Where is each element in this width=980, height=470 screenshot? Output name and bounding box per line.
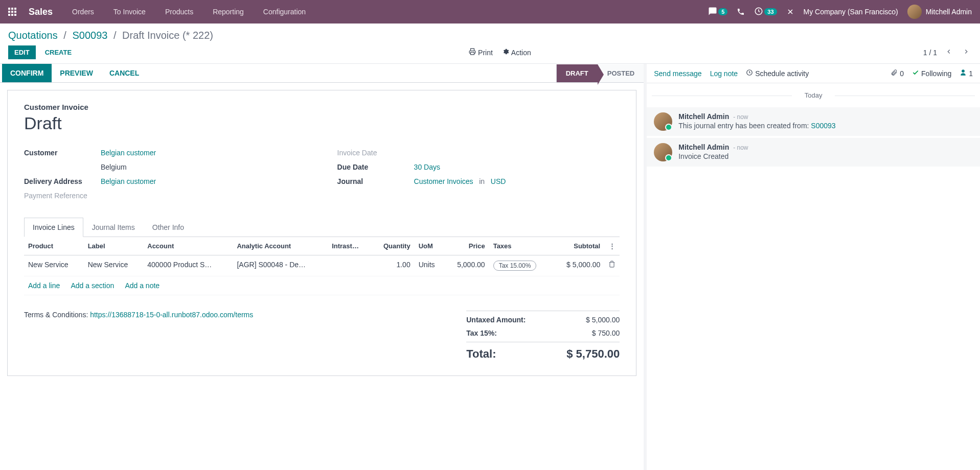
add-line-link[interactable]: Add a line (28, 281, 60, 290)
terms-link[interactable]: https://13688718-15-0-all.runbot87.odoo.… (90, 311, 253, 319)
col-subtotal[interactable]: Subtotal (553, 237, 604, 255)
chatter-topbar: Send message Log note Schedule activity … (647, 64, 980, 83)
print-button[interactable]: Print (469, 48, 493, 57)
total-label: Total: (466, 347, 496, 361)
journal-currency[interactable]: USD (491, 177, 506, 185)
app-brand[interactable]: Sales (29, 7, 53, 17)
terms-conditions: Terms & Conditions: https://13688718-15-… (24, 311, 446, 319)
preview-button[interactable]: PREVIEW (52, 64, 101, 82)
cell-analytic: [AGR] S00048 - De… (233, 255, 328, 276)
journal-value[interactable]: Customer Invoices (414, 177, 473, 185)
cancel-button[interactable]: CANCEL (101, 64, 147, 82)
cell-quantity: 1.00 (371, 255, 415, 276)
close-icon[interactable] (786, 8, 794, 16)
attachments-button[interactable]: 0 (891, 69, 904, 78)
customer-value[interactable]: Belgian customer (101, 149, 156, 157)
follow-button[interactable]: Following (912, 69, 951, 78)
message-time: - now (733, 113, 748, 121)
stage-draft[interactable]: DRAFT (556, 64, 598, 82)
message-avatar (654, 112, 672, 131)
followers-count: 1 (969, 69, 973, 78)
journal-label: Journal (337, 177, 414, 185)
breadcrumb: Quotations / S00093 / Draft Invoice (* 2… (8, 30, 972, 41)
message-source-link[interactable]: S00093 (811, 122, 835, 130)
user-menu[interactable]: Mitchell Admin (907, 5, 972, 19)
invoice-date-label: Invoice Date (337, 149, 414, 157)
journal-in: in (479, 177, 485, 185)
confirm-button[interactable]: CONFIRM (2, 64, 52, 82)
pager-next[interactable] (961, 48, 972, 57)
customer-label: Customer (24, 149, 101, 157)
cell-subtotal: $ 5,000.00 (553, 255, 604, 276)
chat-count: 5 (718, 8, 727, 15)
nav-orders[interactable]: Orders (67, 8, 99, 16)
create-button[interactable]: CREATE (40, 45, 77, 59)
table-row[interactable]: New Service New Service 400000 Product S… (24, 255, 620, 276)
cell-intrastat (328, 255, 371, 276)
add-section-link[interactable]: Add a section (71, 281, 114, 290)
breadcrumb-quotations[interactable]: Quotations (8, 30, 58, 41)
followers-button[interactable]: 1 (960, 69, 973, 78)
col-product[interactable]: Product (24, 237, 84, 255)
stage-posted[interactable]: POSTED (598, 64, 644, 82)
cell-price: 5,000.00 (445, 255, 489, 276)
edit-button[interactable]: EDIT (8, 45, 36, 59)
nav-products[interactable]: Products (160, 8, 198, 16)
add-note-link[interactable]: Add a note (125, 281, 159, 290)
form-column: CONFIRM PREVIEW CANCEL DRAFT POSTED Cust… (0, 64, 647, 470)
activities-count: 33 (764, 8, 777, 15)
untaxed-label: Untaxed Amount: (466, 316, 526, 324)
col-account[interactable]: Account (143, 237, 233, 255)
action-label: Action (511, 49, 531, 57)
print-icon (469, 48, 476, 57)
cell-label: New Service (84, 255, 144, 276)
log-note-button[interactable]: Log note (710, 69, 738, 78)
user-avatar (907, 5, 922, 19)
message-item: Mitchell Admin - now Invoice Created (647, 138, 980, 167)
person-icon (960, 69, 967, 78)
totals-block: Untaxed Amount: $ 5,000.00 Tax 15%: $ 75… (466, 311, 620, 363)
delivery-value[interactable]: Belgian customer (101, 177, 156, 185)
tax-label: Tax 15%: (466, 329, 497, 337)
action-button[interactable]: Action (502, 48, 531, 57)
doc-type-label: Customer Invoice (24, 103, 620, 111)
company-switcher[interactable]: My Company (San Francisco) (804, 8, 898, 16)
message-author[interactable]: Mitchell Admin (678, 112, 729, 121)
untaxed-value: $ 5,000.00 (586, 316, 620, 324)
col-quantity[interactable]: Quantity (371, 237, 415, 255)
customer-country: Belgium (101, 163, 307, 171)
messaging-button[interactable]: 5 (708, 7, 727, 17)
date-divider: Today (647, 91, 980, 99)
col-price[interactable]: Price (445, 237, 489, 255)
pager-prev[interactable] (943, 48, 954, 57)
tab-other-info[interactable]: Other Info (144, 218, 193, 237)
col-intrastat[interactable]: Intrast… (328, 237, 371, 255)
chat-icon (708, 7, 717, 17)
activities-button[interactable]: 33 (754, 7, 777, 17)
tab-invoice-lines[interactable]: Invoice Lines (24, 218, 83, 237)
col-taxes[interactable]: Taxes (489, 237, 553, 255)
invoice-lines-table: Product Label Account Analytic Account I… (24, 237, 620, 295)
col-analytic[interactable]: Analytic Account (233, 237, 328, 255)
paperclip-icon (891, 69, 898, 78)
print-label: Print (478, 49, 493, 57)
send-message-button[interactable]: Send message (654, 69, 701, 78)
nav-configuration[interactable]: Configuration (258, 8, 311, 16)
top-navbar: Sales Orders To Invoice Products Reporti… (0, 0, 980, 24)
due-date-value[interactable]: 30 Days (414, 163, 440, 171)
breadcrumb-order[interactable]: S00093 (72, 30, 107, 41)
nav-reporting[interactable]: Reporting (208, 8, 249, 16)
phone-icon[interactable] (737, 8, 745, 16)
terms-label: Terms & Conditions: (24, 311, 90, 319)
message-author[interactable]: Mitchell Admin (678, 143, 729, 151)
apps-icon[interactable] (8, 8, 16, 16)
tab-journal-items[interactable]: Journal Items (83, 218, 144, 237)
nav-to-invoice[interactable]: To Invoice (108, 8, 151, 16)
schedule-activity-button[interactable]: Schedule activity (746, 69, 809, 78)
col-options-icon[interactable]: ⋮ (604, 237, 620, 255)
col-uom[interactable]: UoM (415, 237, 445, 255)
delete-line-icon[interactable] (608, 261, 616, 269)
cell-product: New Service (24, 255, 84, 276)
col-label[interactable]: Label (84, 237, 144, 255)
clock-icon (754, 7, 763, 17)
